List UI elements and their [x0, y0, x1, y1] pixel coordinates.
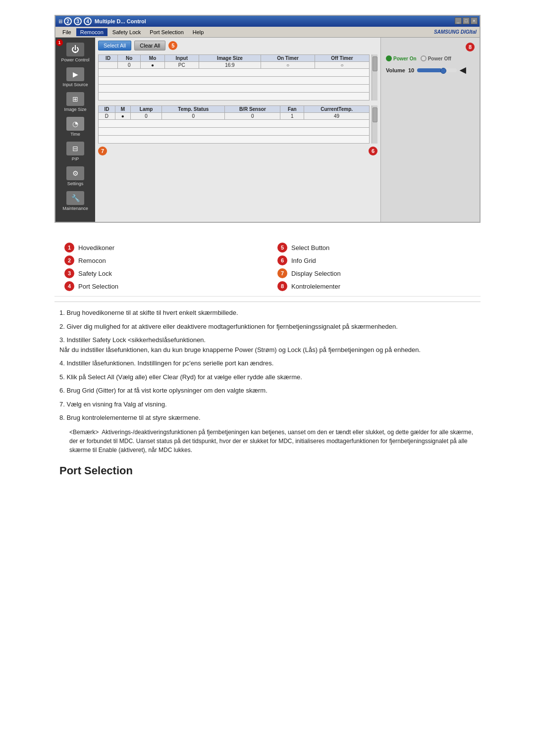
badge-5: 5	[168, 41, 177, 50]
desc-item-8: Brug kontrolelementerne til at styre skæ…	[59, 413, 476, 423]
power-control-icon: ⏻	[66, 43, 84, 56]
power-on-label: Power On	[393, 56, 417, 61]
col-id2: ID	[99, 106, 115, 113]
sidebar-label-pip: PIP	[72, 156, 79, 161]
sidebar-item-maintenance[interactable]: 🔧 Maintenance	[57, 189, 93, 213]
desc-item-7: Vælg en visning fra Valg af visning.	[59, 400, 476, 409]
page-title: Port Selection	[54, 464, 481, 477]
power-on-radio[interactable]: Power On	[386, 55, 417, 61]
badge-7: 7	[98, 147, 107, 155]
main-panel: Select All Clear All 5 ID No Mo Input	[95, 38, 380, 222]
cell-off-timer: ○	[315, 62, 369, 69]
lower-grid-row: ID M Lamp Temp. Status B/R Sensor Fan Cu…	[98, 105, 377, 144]
volume-icon[interactable]: ◀	[460, 65, 466, 75]
lower-scrollbar[interactable]	[372, 105, 377, 144]
sidebar-item-time[interactable]: ◔ Time	[57, 115, 93, 139]
maximize-button[interactable]: □	[463, 17, 470, 24]
cell-lamp: 0	[130, 113, 162, 120]
power-off-circle	[421, 55, 427, 61]
select-all-button[interactable]: Select All	[98, 41, 131, 50]
upper-scrollbar[interactable]	[372, 54, 377, 101]
menu-file[interactable]: File	[58, 28, 75, 36]
desc-item-3: Indstiller Safety Lock <sikkerhedslåsefu…	[59, 335, 476, 354]
menu-help[interactable]: Help	[189, 28, 208, 36]
legend-label-7: Display Selection	[291, 270, 341, 277]
pip-icon: ⊟	[66, 142, 84, 155]
window-titlebar: 🖥 2 3 4 Multiple D... Control _ □ ×	[55, 16, 480, 27]
cell-image-size: 16:9	[199, 62, 261, 69]
maintenance-icon: 🔧	[66, 191, 84, 205]
badge-7-row: 7 6	[98, 147, 377, 155]
description-list: Brug hovedikonerne til at skifte til hve…	[59, 308, 476, 423]
legend-item-1: 1 Hovedikoner	[64, 243, 258, 252]
note-box: <Bemærk> Aktiverings-/deaktiveringsfunkt…	[69, 428, 476, 454]
clear-all-button[interactable]: Clear All	[134, 41, 165, 50]
power-on-circle	[386, 55, 392, 61]
table-row	[99, 69, 370, 77]
col-on-timer: On Timer	[261, 55, 315, 62]
toolbar-row: Select All Clear All 5	[98, 41, 377, 50]
window-controls[interactable]: _ □ ×	[455, 17, 478, 24]
power-off-radio[interactable]: Power Off	[421, 55, 451, 61]
lower-grid-table: ID M Lamp Temp. Status B/R Sensor Fan Cu…	[98, 105, 370, 144]
desc-item-2: Giver dig mulighed for at aktivere eller…	[59, 322, 476, 332]
legend-item-4: 4 Port Selection	[64, 281, 258, 291]
desc-item-1: Brug hovedikonerne til at skifte til hve…	[59, 308, 476, 318]
badge-6: 6	[369, 147, 377, 155]
sidebar-label-power: Power Control	[61, 57, 89, 62]
volume-label: Volume	[386, 67, 405, 73]
table-row	[99, 128, 370, 136]
menubar: File Remocon Safety Lock Port Selection …	[55, 27, 480, 38]
sidebar-label-settings: Settings	[67, 181, 84, 186]
col-current-temp: CurrentTemp.	[304, 106, 370, 113]
volume-slider[interactable]	[417, 68, 457, 72]
col-input: Input	[164, 55, 199, 62]
col-fan: Fan	[280, 106, 304, 113]
legend-num-6: 6	[277, 255, 287, 265]
cell-mo: ●	[141, 62, 164, 69]
divider	[54, 302, 481, 302]
sidebar-item-image-size[interactable]: ⊞ Image Size	[57, 90, 93, 114]
sidebar-item-power-control[interactable]: ⏻ Power Control 1	[57, 41, 93, 64]
col-no: No	[118, 55, 141, 62]
settings-icon: ⚙	[66, 166, 84, 180]
sidebar-item-pip[interactable]: ⊟ PIP	[57, 140, 93, 163]
menu-safety-lock[interactable]: Safety Lock	[108, 28, 145, 36]
legend-label-4: Port Selection	[78, 283, 118, 290]
cell-no: 0	[118, 62, 141, 69]
table-row: 0 ● PC 16:9 ○ ○	[99, 62, 370, 69]
col-mo: Mo	[141, 55, 164, 62]
menu-port-selection[interactable]: Port Selection	[146, 28, 187, 36]
sidebar-item-input-source[interactable]: ▶ Input Source	[57, 65, 93, 89]
table-row	[99, 120, 370, 128]
table-row	[99, 93, 370, 101]
col-id: ID	[99, 55, 118, 62]
table-row	[99, 77, 370, 85]
window-title: Multiple D... Control	[95, 18, 146, 24]
upper-grid-table: ID No Mo Input Image Size On Timer Off T…	[98, 54, 370, 101]
table-row	[99, 85, 370, 93]
note-prefix: <Bemærk>	[69, 429, 99, 436]
image-size-icon: ⊞	[66, 92, 84, 106]
input-source-icon: ▶	[66, 67, 84, 81]
scroll-thumb[interactable]	[373, 56, 377, 71]
legend-item-3: 3 Safety Lock	[64, 268, 258, 278]
scroll-thumb-2[interactable]	[373, 107, 377, 122]
volume-row: Volume 10 ◀	[386, 65, 475, 75]
lower-grid-container: ID M Lamp Temp. Status B/R Sensor Fan Cu…	[98, 105, 370, 144]
samsung-logo: SAMSUNG DIGItal	[434, 29, 477, 35]
close-button[interactable]: ×	[471, 17, 478, 24]
legend-num-8: 8	[277, 281, 287, 291]
sidebar-item-settings[interactable]: ⚙ Settings	[57, 164, 93, 188]
table-row	[99, 136, 370, 144]
minimize-button[interactable]: _	[455, 17, 462, 24]
desc-item-4: Indstiller låsefunktionen. Indstillingen…	[59, 358, 476, 368]
legend-item-7: 7 Display Selection	[277, 268, 471, 278]
legend-num-2: 2	[64, 255, 74, 265]
cell-on-timer: ○	[261, 62, 315, 69]
legend-num-5: 5	[277, 243, 287, 252]
cell-id2: D	[99, 113, 115, 120]
menu-remocon[interactable]: Remocon	[76, 28, 107, 36]
legend-item-6: 6 Info Grid	[277, 255, 471, 265]
badge-8: 8	[466, 43, 475, 51]
